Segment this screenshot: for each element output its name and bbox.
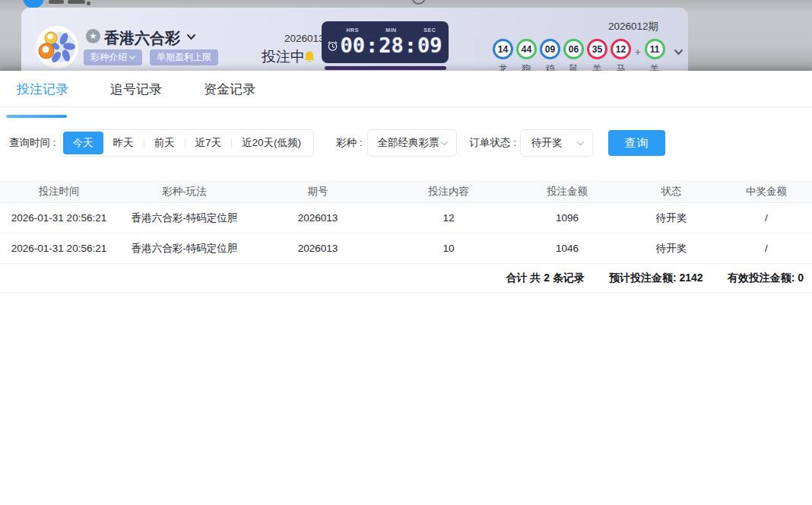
ball-zodiac: 狗 bbox=[522, 62, 531, 71]
brand-logo-icon bbox=[23, 0, 44, 8]
bet-records-table: 投注时间 彩种-玩法 期号 投注内容 投注金额 状态 中奖金额 2026-01-… bbox=[0, 180, 812, 293]
profit-cap-button[interactable]: 单期盈利上限 bbox=[150, 49, 218, 65]
plus-sign: + bbox=[635, 46, 641, 58]
timer-minutes: 28 bbox=[379, 34, 404, 57]
time-filter-group: 今天 昨天 前天 近7天 近20天(低频) bbox=[60, 129, 315, 157]
cell-amount: 1096 bbox=[512, 212, 622, 224]
col-prize: 中奖金额 bbox=[721, 185, 812, 199]
filter-bar: 查询时间 : 今天 昨天 前天 近7天 近20天(低频) 彩种 : 全部经典彩票… bbox=[0, 129, 812, 157]
time-option-20days[interactable]: 近20天(低频) bbox=[232, 132, 311, 154]
lottery-filter-label: 彩种 : bbox=[336, 136, 363, 150]
result-ball: 09 鸡 bbox=[540, 39, 560, 71]
lottery-logo-icon bbox=[35, 25, 79, 69]
tab-label: 投注记录 bbox=[17, 82, 68, 97]
ball-zodiac: 马 bbox=[617, 62, 626, 71]
result-ball: 44 狗 bbox=[516, 39, 537, 71]
result-ball: 14 龙 bbox=[493, 39, 513, 71]
content-panel: 投注记录 追号记录 资金记录 查询时间 : 今天 昨天 前天 近7天 近20天(… bbox=[0, 71, 812, 505]
cell-status: 待开奖 bbox=[622, 242, 721, 256]
cell-amount: 1046 bbox=[512, 243, 622, 254]
time-filter-label: 查询时间 : bbox=[9, 136, 56, 150]
cell-bet-time: 2026-01-31 20:56:21 bbox=[0, 212, 118, 224]
cell-issue: 2026013 bbox=[251, 243, 385, 254]
table-header-row: 投注时间 彩种-玩法 期号 投注内容 投注金额 状态 中奖金额 bbox=[0, 180, 812, 203]
brand-text-partial bbox=[87, 2, 90, 5]
cell-prize: / bbox=[721, 212, 812, 224]
countdown-timer: HRS 00 : MIN 28 : SEC 09 bbox=[322, 21, 449, 63]
chevron-down-icon bbox=[576, 141, 585, 146]
summary-total: 合计 共 2 条记录 bbox=[506, 272, 584, 285]
col-issue: 期号 bbox=[251, 185, 385, 199]
last-issue-label: 2026012期 bbox=[608, 20, 684, 33]
chevron-down-icon[interactable] bbox=[186, 33, 196, 40]
tab-label: 追号记录 bbox=[110, 82, 162, 97]
timer-hours: 00 bbox=[340, 34, 365, 57]
ball-zodiac: 鼠 bbox=[569, 62, 579, 71]
col-bet-time: 投注时间 bbox=[0, 185, 118, 199]
ball-number: 44 bbox=[516, 39, 537, 59]
lottery-select[interactable]: 全部经典彩票 bbox=[367, 129, 457, 157]
ball-number: 12 bbox=[611, 39, 631, 59]
last-draw-results: 14 龙 44 狗 09 鸡 06 鼠 35 羊 12 马 bbox=[493, 39, 684, 71]
time-option-yesterday[interactable]: 昨天 bbox=[103, 132, 144, 154]
time-option-daybefore[interactable]: 前天 bbox=[144, 132, 185, 154]
ball-zodiac: 羊 bbox=[593, 62, 602, 71]
result-ball: 06 鼠 bbox=[563, 39, 584, 71]
ball-number: 35 bbox=[587, 39, 607, 59]
cell-prize: / bbox=[721, 243, 812, 254]
cell-content: 12 bbox=[385, 212, 512, 224]
result-ball-special: 11 羊 bbox=[645, 39, 665, 71]
cell-game: 香港六合彩-特码定位胆 bbox=[118, 211, 251, 225]
tab-bet-records[interactable]: 投注记录 bbox=[17, 71, 68, 98]
col-status: 状态 bbox=[622, 185, 721, 199]
ball-zodiac: 龙 bbox=[499, 62, 508, 71]
time-option-today[interactable]: 今天 bbox=[63, 132, 103, 154]
page-background: ★ 香港六合彩 彩种介绍 单期盈利上限 2026013期 投注中 bbox=[0, 0, 812, 71]
table-row[interactable]: 2026-01-31 20:56:21 香港六合彩-特码定位胆 2026013 … bbox=[0, 203, 812, 233]
time-option-7days[interactable]: 近7天 bbox=[186, 132, 232, 154]
brand-text-partial bbox=[49, 0, 64, 4]
col-amount: 投注金额 bbox=[512, 185, 622, 199]
table-row[interactable]: 2026-01-31 20:56:21 香港六合彩-特码定位胆 2026013 … bbox=[0, 233, 812, 264]
ball-number: 09 bbox=[540, 39, 560, 59]
order-status-select[interactable]: 待开奖 bbox=[520, 129, 593, 157]
tabs-divider bbox=[0, 106, 812, 107]
favorite-star-icon[interactable]: ★ bbox=[86, 29, 100, 43]
record-tabs: 投注记录 追号记录 资金记录 bbox=[0, 71, 812, 106]
col-game: 彩种-玩法 bbox=[118, 185, 251, 199]
timer-seconds: 09 bbox=[417, 34, 442, 57]
lottery-select-value: 全部经典彩票 bbox=[378, 136, 439, 150]
order-status-label: 订单状态 : bbox=[470, 136, 517, 150]
cell-issue: 2026013 bbox=[251, 212, 385, 224]
lottery-intro-button[interactable]: 彩种介绍 bbox=[84, 49, 142, 65]
result-ball: 12 马 bbox=[611, 39, 631, 71]
betting-status-label: 投注中 bbox=[262, 47, 305, 67]
lottery-header-card: ★ 香港六合彩 彩种介绍 单期盈利上限 2026013期 投注中 bbox=[21, 8, 688, 71]
chevron-down-icon bbox=[440, 141, 449, 146]
cell-bet-time: 2026-01-31 20:56:21 bbox=[0, 243, 118, 254]
table-summary-row: 合计 共 2 条记录 预计投注金额: 2142 有效投注金额: 0 bbox=[0, 264, 812, 293]
chevron-down-icon[interactable] bbox=[674, 49, 684, 56]
timer-progress-bar bbox=[325, 66, 446, 70]
query-button[interactable]: 查询 bbox=[608, 130, 665, 156]
bell-icon[interactable] bbox=[303, 50, 316, 63]
lottery-title: 香港六合彩 bbox=[104, 28, 180, 49]
navbar-icon-partial bbox=[411, 0, 426, 5]
col-content: 投注内容 bbox=[385, 185, 512, 199]
ball-zodiac: 羊 bbox=[650, 62, 659, 71]
ball-zodiac: 鸡 bbox=[546, 62, 555, 71]
tab-fund-records[interactable]: 资金记录 bbox=[204, 71, 255, 98]
tab-chase-records[interactable]: 追号记录 bbox=[110, 71, 162, 98]
summary-expected-amount: 预计投注金额: 2142 bbox=[609, 272, 703, 285]
ball-number: 11 bbox=[645, 39, 665, 59]
result-ball: 35 羊 bbox=[587, 39, 607, 71]
brand-text-partial bbox=[68, 0, 85, 4]
summary-valid-amount: 有效投注金额: 0 bbox=[728, 272, 804, 285]
cell-status: 待开奖 bbox=[622, 211, 721, 225]
alarm-clock-icon bbox=[327, 40, 338, 52]
tab-label: 资金记录 bbox=[204, 82, 255, 97]
active-tab-underline bbox=[6, 115, 67, 118]
ball-number: 06 bbox=[563, 39, 584, 59]
cell-game: 香港六合彩-特码定位胆 bbox=[118, 242, 251, 256]
chevron-down-icon bbox=[129, 56, 135, 60]
